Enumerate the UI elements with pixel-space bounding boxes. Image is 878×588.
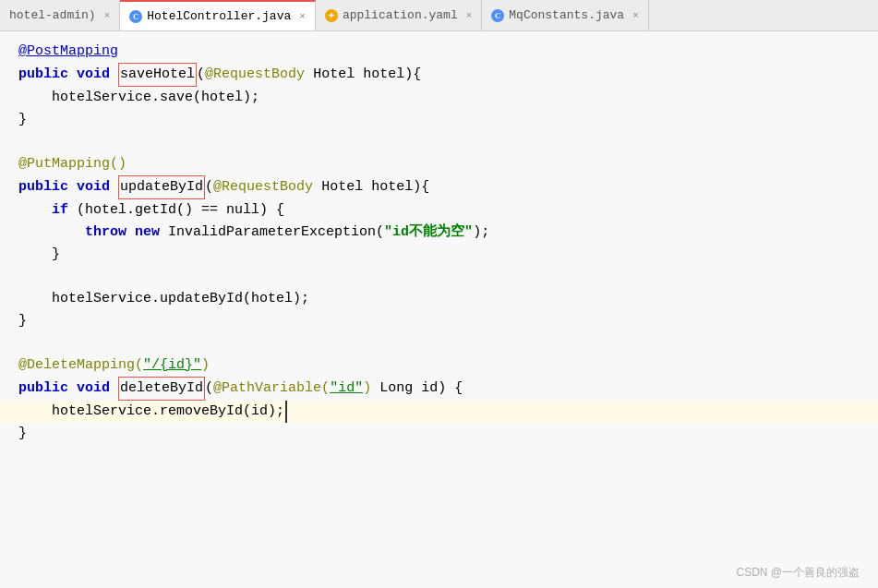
code-line-9: throw new InvalidParameterException("id不… <box>0 222 878 244</box>
cursor <box>285 401 295 423</box>
java-icon-mq: C <box>491 9 504 22</box>
code-line-18: } <box>0 423 878 445</box>
tab-mq-constants[interactable]: C MqConstants.java × <box>482 0 648 30</box>
tab-close-hotel-admin[interactable]: × <box>104 10 111 21</box>
tab-application-yaml[interactable]: ✦ application.yaml × <box>316 0 482 30</box>
tab-label: application.yaml <box>343 8 458 22</box>
code-line-6: @PutMapping() <box>0 153 878 175</box>
method-save-hotel: saveHotel <box>118 63 197 87</box>
code-line-14 <box>0 332 878 354</box>
tab-hotel-admin[interactable]: hotel-admin) × <box>0 0 120 30</box>
code-line-11 <box>0 266 878 288</box>
code-editor[interactable]: @PostMapping public void saveHotel(@Requ… <box>0 31 878 588</box>
tab-label: MqConstants.java <box>509 8 624 22</box>
code-line-17: hotelService.removeById(id); <box>0 401 878 423</box>
tab-label: hotel-admin) <box>9 8 96 22</box>
code-line-2: public void saveHotel(@RequestBody Hotel… <box>0 63 878 87</box>
code-line-10: } <box>0 244 878 266</box>
keyword-throw: throw <box>85 222 126 244</box>
code-line-12: hotelService.updateById(hotel); <box>0 288 878 310</box>
tab-close-hotel-controller[interactable]: × <box>299 11 306 22</box>
annotation-post-mapping: @PostMapping <box>18 41 118 63</box>
tab-hotel-controller[interactable]: C HotelController.java × <box>120 0 316 30</box>
code-line-1: @PostMapping <box>0 41 878 63</box>
method-update-by-id: updateById <box>118 175 205 199</box>
tab-close-application-yaml[interactable]: × <box>466 10 473 21</box>
method-delete-by-id: deleteById <box>118 377 205 401</box>
tab-close-mq-constants[interactable]: × <box>632 10 639 21</box>
java-icon: C <box>129 10 142 23</box>
code-line-7: public void updateById(@RequestBody Hote… <box>0 175 878 199</box>
code-line-3: hotelService.save(hotel); <box>0 87 878 109</box>
tab-label: HotelController.java <box>147 9 291 23</box>
yaml-icon: ✦ <box>325 9 338 22</box>
code-line-13: } <box>0 310 878 332</box>
tab-bar: hotel-admin) × C HotelController.java × … <box>0 0 878 31</box>
code-line-4: } <box>0 109 878 131</box>
code-line-15: @DeleteMapping("/{id}") <box>0 354 878 377</box>
code-line-8: if (hotel.getId() == null) { <box>0 199 878 222</box>
watermark: CSDN @一个善良的强盗 <box>736 565 860 581</box>
code-line-16: public void deleteById(@PathVariable("id… <box>0 377 878 401</box>
code-line-5 <box>0 131 878 153</box>
